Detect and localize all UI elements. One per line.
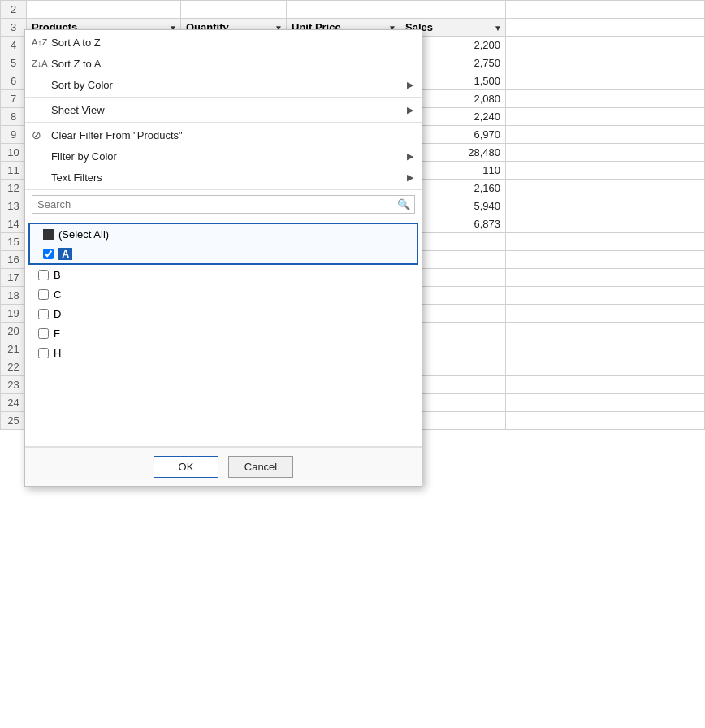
- sort-az-icon: A↑Z: [32, 37, 48, 47]
- cell[interactable]: [400, 1, 506, 19]
- filter-by-color-label: Filter by Color: [51, 150, 117, 162]
- row-number: 23: [1, 376, 27, 394]
- sort-by-color-label: Sort by Color: [51, 79, 113, 91]
- row-number: 4: [1, 37, 27, 54]
- search-icon: 🔍: [397, 198, 410, 210]
- search-input[interactable]: [32, 195, 415, 214]
- checkbox-item-a[interactable]: A: [30, 244, 417, 263]
- cell[interactable]: [506, 358, 705, 376]
- cell[interactable]: [506, 412, 705, 430]
- cell[interactable]: [506, 144, 705, 162]
- row-number: 8: [1, 108, 27, 126]
- cell[interactable]: [506, 305, 705, 323]
- cell[interactable]: [506, 54, 705, 72]
- cell[interactable]: [506, 1, 705, 19]
- clear-filter-label: Clear Filter From "Products": [51, 129, 183, 141]
- item-f-label: F: [54, 327, 60, 340]
- select-all-item[interactable]: (Select All): [30, 224, 417, 244]
- cell[interactable]: [506, 394, 705, 412]
- row-number: 5: [1, 54, 27, 72]
- selection-highlight-box: (Select All) A: [28, 223, 418, 265]
- ok-button[interactable]: OK: [154, 456, 218, 478]
- row-number: 14: [1, 215, 27, 233]
- item-b-label: B: [54, 269, 61, 281]
- checkbox-item-h[interactable]: H: [25, 343, 422, 362]
- sort-a-z-item[interactable]: A↑Z Sort A to Z: [25, 32, 422, 53]
- checkbox-f[interactable]: [38, 328, 49, 339]
- checkbox-h[interactable]: [38, 348, 49, 358]
- checkbox-d[interactable]: [38, 309, 49, 319]
- cell[interactable]: [506, 72, 705, 90]
- cell[interactable]: [287, 1, 400, 19]
- cell[interactable]: [506, 126, 705, 144]
- row-number: 7: [1, 90, 27, 108]
- item-c-label: C: [54, 288, 61, 301]
- cell[interactable]: [506, 323, 705, 340]
- checkbox-list: (Select All) A B C D F H: [25, 219, 422, 447]
- cell[interactable]: [506, 269, 705, 287]
- row-number: 9: [1, 126, 27, 144]
- search-section: 🔍: [25, 190, 422, 219]
- checkbox-item-c[interactable]: C: [25, 284, 422, 304]
- sort-za-label: Sort Z to A: [51, 58, 101, 70]
- search-wrapper: 🔍: [32, 195, 415, 214]
- row-number: 16: [1, 251, 27, 269]
- sort-by-color-item[interactable]: Sort by Color ▶: [25, 74, 422, 95]
- checkbox-b[interactable]: [38, 270, 49, 280]
- cell[interactable]: [506, 287, 705, 305]
- sheet-view-label: Sheet View: [51, 104, 105, 116]
- row-number: 20: [1, 323, 27, 340]
- row-number: 25: [1, 412, 27, 430]
- row-number: 15: [1, 233, 27, 251]
- text-filters-arrow-icon: ▶: [407, 172, 413, 183]
- cell[interactable]: [506, 108, 705, 126]
- row-number: 6: [1, 72, 27, 90]
- button-section: OK Cancel: [25, 447, 422, 486]
- filter-by-color-item[interactable]: Filter by Color ▶: [25, 145, 422, 167]
- cancel-button[interactable]: Cancel: [228, 456, 293, 478]
- checkbox-item-b[interactable]: B: [25, 265, 422, 284]
- cell[interactable]: [506, 251, 705, 269]
- cell[interactable]: [181, 1, 287, 19]
- cell[interactable]: [506, 215, 705, 233]
- sheet-view-item[interactable]: Sheet View ▶: [25, 99, 422, 120]
- row-number: 2: [1, 1, 27, 19]
- checkbox-item-f[interactable]: F: [25, 323, 422, 343]
- row-number: 13: [1, 197, 27, 215]
- clear-filter-icon: ⊘: [32, 128, 41, 141]
- cell[interactable]: [506, 197, 705, 215]
- row-number: 22: [1, 358, 27, 376]
- cell[interactable]: [506, 19, 705, 37]
- cell[interactable]: [506, 180, 705, 197]
- row-number: 17: [1, 269, 27, 287]
- text-filters-label: Text Filters: [51, 171, 102, 184]
- checkbox-item-d[interactable]: D: [25, 304, 422, 323]
- cell[interactable]: [506, 90, 705, 108]
- item-d-label: D: [54, 308, 61, 320]
- row-number: 3: [1, 19, 27, 37]
- cell[interactable]: [506, 233, 705, 251]
- row-number: 10: [1, 144, 27, 162]
- text-filters-item[interactable]: Text Filters ▶: [25, 167, 422, 188]
- cell[interactable]: [506, 376, 705, 394]
- row-number: 24: [1, 394, 27, 412]
- sheet-view-section: Sheet View ▶: [25, 98, 422, 123]
- cell[interactable]: [27, 1, 181, 19]
- clear-filter-item[interactable]: ⊘ Clear Filter From "Products": [25, 124, 422, 145]
- item-a-label: A: [58, 248, 72, 260]
- filter-dropdown: A↑Z Sort A to Z Z↓A Sort Z to A Sort by …: [24, 29, 422, 487]
- sort-section: A↑Z Sort A to Z Z↓A Sort Z to A Sort by …: [25, 30, 422, 98]
- row-number: 21: [1, 340, 27, 358]
- table-row: 2: [1, 1, 705, 19]
- cell[interactable]: [506, 162, 705, 180]
- cell[interactable]: [506, 340, 705, 358]
- cell[interactable]: [506, 37, 705, 54]
- sales-filter-arrow[interactable]: ▼: [494, 23, 502, 32]
- item-h-label: H: [54, 347, 61, 359]
- sort-z-a-item[interactable]: Z↓A Sort Z to A: [25, 53, 422, 74]
- sort-za-icon: Z↓A: [32, 58, 48, 68]
- sort-az-label: Sort A to Z: [51, 37, 101, 49]
- checkbox-c[interactable]: [38, 289, 49, 300]
- checkbox-a[interactable]: [43, 249, 54, 259]
- sheet-view-arrow-icon: ▶: [407, 105, 413, 115]
